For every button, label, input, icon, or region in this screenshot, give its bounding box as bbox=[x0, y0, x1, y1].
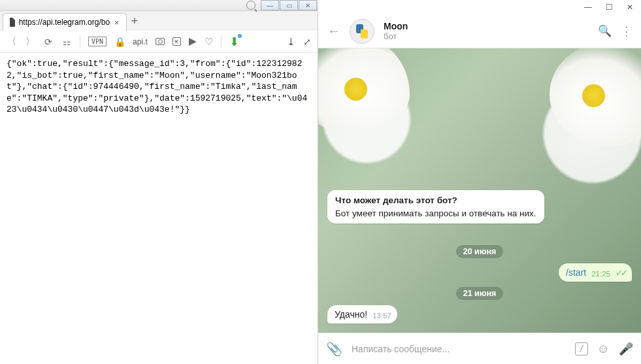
separator bbox=[80, 36, 80, 48]
bot-info-bubble: Что может делать этот бот? Бот умеет при… bbox=[327, 190, 544, 223]
tg-maximize-button[interactable]: ☐ bbox=[602, 2, 616, 12]
chat-area: Что может делать этот бот? Бот умеет при… bbox=[318, 48, 641, 333]
lock-icon: 🔒 bbox=[114, 37, 125, 47]
browser-tab[interactable]: https://api.telegram.org/bo × bbox=[3, 13, 127, 31]
tg-close-button[interactable]: ✕ bbox=[623, 2, 637, 12]
browser-window: — ▭ ✕ https://api.telegram.org/bo × + 〈 … bbox=[0, 0, 318, 364]
message-text: /start bbox=[566, 267, 586, 278]
message-time: 13:57 bbox=[372, 312, 391, 320]
back-icon[interactable]: ← bbox=[327, 24, 340, 39]
separator bbox=[221, 36, 222, 48]
read-ticks-icon: ✓✓ bbox=[616, 268, 626, 278]
expand-icon[interactable]: ⤢ bbox=[303, 37, 311, 47]
telegram-window: — ☐ ✕ ← Moon бот 🔍 ⋮ Что может делать эт… bbox=[318, 0, 641, 364]
date-separator: 21 июня bbox=[456, 287, 504, 300]
search-icon[interactable]: 🔍 bbox=[598, 24, 612, 38]
response-body[interactable]: {"ok":true,"result":{"message_id":3,"fro… bbox=[0, 53, 318, 364]
incoming-message[interactable]: Удачно! 13:57 bbox=[327, 305, 397, 323]
address-text[interactable]: api.t bbox=[133, 37, 148, 46]
attach-icon[interactable]: 📎 bbox=[326, 341, 342, 357]
send-icon[interactable] bbox=[189, 38, 197, 46]
chat-subtitle: бот bbox=[384, 31, 589, 41]
forward-button[interactable]: 〉 bbox=[25, 37, 35, 47]
commands-icon[interactable]: / bbox=[575, 342, 588, 356]
info-question: Что может делать этот бот? bbox=[335, 195, 536, 205]
speed-dial-icon[interactable]: ⚏ bbox=[61, 37, 72, 47]
menu-icon[interactable]: ⋮ bbox=[621, 24, 632, 39]
download-manager-icon[interactable]: ⬇ bbox=[229, 35, 239, 49]
chat-title[interactable]: Moon бот bbox=[384, 21, 589, 41]
message-input-bar: 📎 / ☺ 🎤 bbox=[318, 333, 641, 364]
message-input[interactable] bbox=[352, 344, 566, 354]
close-window-button[interactable]: ✕ bbox=[299, 0, 317, 10]
maximize-button[interactable]: ▭ bbox=[280, 0, 298, 10]
minimize-button[interactable]: — bbox=[261, 0, 279, 10]
vpn-badge[interactable]: VPN bbox=[88, 37, 107, 46]
back-button[interactable]: 〈 bbox=[7, 37, 17, 47]
chat-header: ← Moon бот 🔍 ⋮ bbox=[318, 14, 641, 48]
browser-titlebar: — ▭ ✕ bbox=[0, 0, 318, 11]
tab-title: https://api.telegram.org/bo bbox=[19, 18, 110, 27]
browser-toolbar: 〈 〉 ⟳ ⚏ VPN 🔒 api.t ✕ ♡ ⬇ ⤓ ⤢ bbox=[0, 31, 318, 53]
save-icon[interactable]: ⤓ bbox=[287, 36, 295, 48]
outgoing-message[interactable]: /start 21:25 ✓✓ bbox=[559, 263, 632, 282]
message-time: 21:25 bbox=[591, 270, 610, 278]
message-text: Удачно! bbox=[335, 309, 367, 320]
adblock-icon[interactable]: ✕ bbox=[173, 37, 181, 46]
close-tab-icon[interactable]: × bbox=[114, 18, 120, 27]
reload-button[interactable]: ⟳ bbox=[43, 37, 54, 47]
tg-minimize-button[interactable]: — bbox=[581, 2, 595, 12]
date-separator: 20 июня bbox=[456, 245, 504, 258]
emoji-icon[interactable]: ☺ bbox=[597, 342, 610, 356]
tab-bar: https://api.telegram.org/bo × + bbox=[0, 11, 318, 31]
mic-icon[interactable]: 🎤 bbox=[619, 342, 633, 356]
chat-name: Moon bbox=[384, 21, 589, 31]
info-answer: Бот умеет принимать запросы и отвечать н… bbox=[335, 208, 536, 218]
page-icon bbox=[10, 18, 15, 27]
bot-avatar[interactable] bbox=[350, 19, 374, 44]
python-logo-icon bbox=[355, 24, 369, 39]
new-tab-button[interactable]: + bbox=[127, 12, 142, 31]
camera-icon[interactable] bbox=[156, 38, 165, 45]
telegram-titlebar: — ☐ ✕ bbox=[318, 0, 641, 14]
titlebar-search-icon[interactable] bbox=[246, 1, 255, 10]
messages-list: Что может делать этот бот? Бот умеет при… bbox=[318, 48, 641, 333]
heart-icon[interactable]: ♡ bbox=[205, 36, 213, 48]
